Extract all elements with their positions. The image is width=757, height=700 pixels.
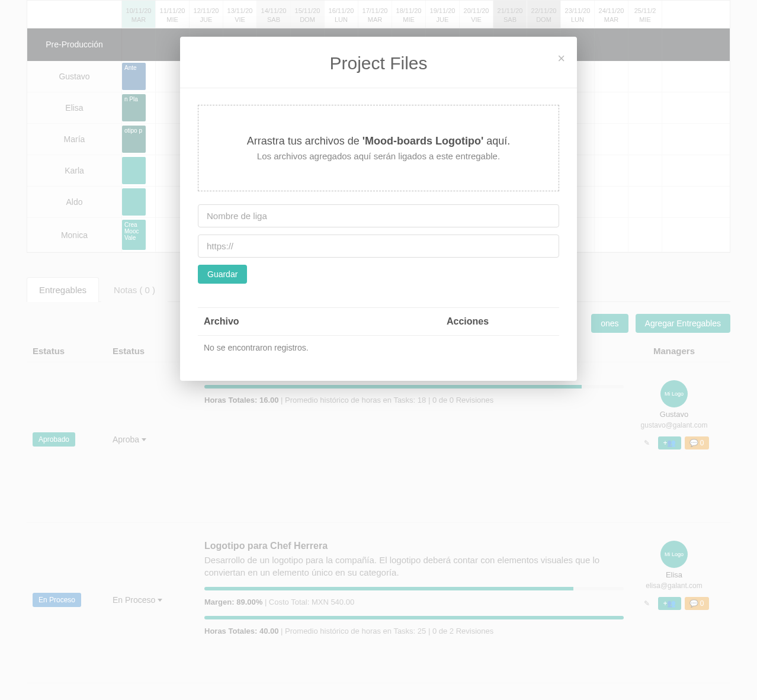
save-button[interactable]: Guardar (198, 265, 247, 284)
col-actions: Acciones (447, 316, 553, 327)
link-url-input[interactable] (198, 235, 559, 258)
dropzone-text: Arrastra tus archivos de 'Mood-boards Lo… (210, 135, 547, 147)
file-dropzone[interactable]: Arrastra tus archivos de 'Mood-boards Lo… (198, 105, 559, 191)
dropzone-subtext: Los archivos agregados aquí serán ligado… (210, 151, 547, 161)
file-table-header: Archivo Acciones (198, 308, 559, 336)
project-files-modal: Project Files × Arrastra tus archivos de… (180, 37, 577, 381)
modal-title: Project Files (198, 53, 559, 73)
close-icon[interactable]: × (557, 51, 565, 66)
col-file: Archivo (204, 316, 447, 327)
link-name-input[interactable] (198, 204, 559, 227)
file-table-empty: No se encontraron registros. (198, 336, 559, 359)
